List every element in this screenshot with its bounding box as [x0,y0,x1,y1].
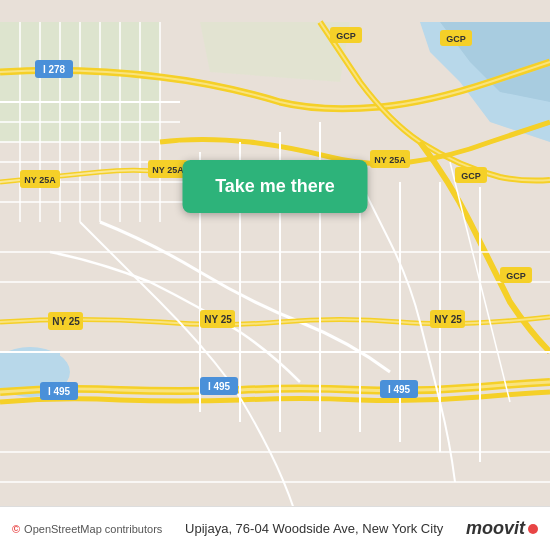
address-label: Upijaya, 76-04 Woodside Ave, New York Ci… [185,521,443,536]
svg-text:NY 25A: NY 25A [152,165,184,175]
map-background: I 278 I 495 I 495 I 495 NY 25 NY 25 NY 2… [0,0,550,550]
moovit-brand-text: moovit [466,518,525,539]
svg-text:NY 25: NY 25 [434,314,462,325]
bottom-bar: © OpenStreetMap contributors Upijaya, 76… [0,506,550,550]
svg-text:GCP: GCP [461,171,481,181]
moovit-logo: moovit [466,518,538,539]
svg-text:I 278: I 278 [43,64,66,75]
svg-text:NY 25A: NY 25A [374,155,406,165]
osm-copyright-symbol: © [12,523,20,535]
svg-text:I 495: I 495 [48,386,71,397]
svg-text:I 495: I 495 [388,384,411,395]
svg-text:GCP: GCP [336,31,356,41]
map-container: I 278 I 495 I 495 I 495 NY 25 NY 25 NY 2… [0,0,550,550]
svg-text:NY 25: NY 25 [52,316,80,327]
osm-credit-text: OpenStreetMap contributors [24,523,162,535]
svg-text:NY 25A: NY 25A [24,175,56,185]
svg-text:NY 25: NY 25 [204,314,232,325]
bottom-left: © OpenStreetMap contributors [12,523,162,535]
svg-text:I 495: I 495 [208,381,231,392]
moovit-brand-dot [528,524,538,534]
svg-text:GCP: GCP [446,34,466,44]
take-me-there-button[interactable]: Take me there [183,160,368,213]
svg-text:GCP: GCP [506,271,526,281]
